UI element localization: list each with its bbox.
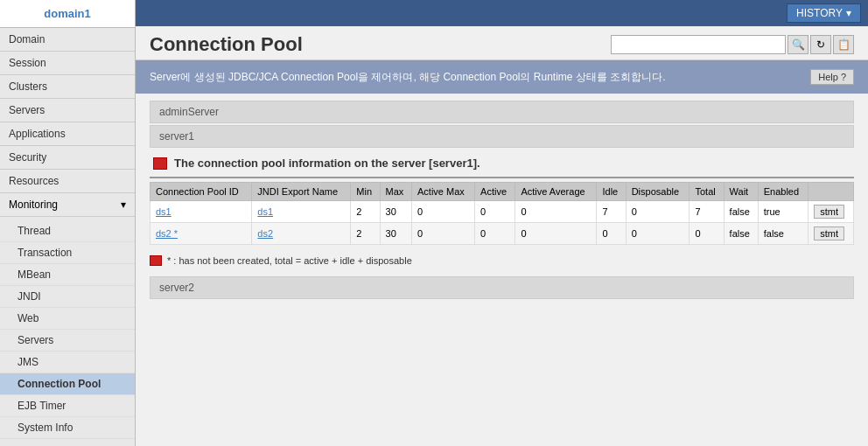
cell-active-2: 0 (475, 223, 515, 245)
history-button[interactable]: HISTORY ▾ (787, 3, 861, 23)
server1-row[interactable]: server1 (150, 125, 854, 148)
sidebar-item-monitoring[interactable]: Monitoring ▾ (0, 193, 135, 217)
sidebar-item-security[interactable]: Security (0, 146, 135, 170)
cell-jndi-1[interactable]: ds1 (252, 201, 351, 223)
col-header-active: Active (475, 183, 515, 201)
monitoring-label: Monitoring (9, 199, 58, 211)
description-text: Server에 생성된 JDBC/JCA Connection Pool을 제어… (150, 69, 666, 85)
cell-max-1: 30 (380, 201, 411, 223)
cell-enabled-1: true (758, 201, 808, 223)
note-flag-icon (150, 255, 162, 266)
col-header-wait: Wait (724, 183, 758, 201)
cell-min-1: 2 (351, 201, 380, 223)
topbar: HISTORY ▾ (136, 0, 868, 26)
cell-active-max-1: 0 (411, 201, 474, 223)
sidebar-sub-jms[interactable]: JMS (0, 352, 135, 373)
connection-pool-table: Connection Pool ID JNDI Export Name Min … (150, 182, 854, 245)
info-banner: The connection pool information on the s… (150, 150, 854, 178)
note-row: * : has not been created, total = active… (150, 252, 854, 269)
cell-total-1: 7 (690, 201, 724, 223)
refresh-button[interactable]: ↻ (810, 35, 831, 54)
sidebar-item-session[interactable]: Session (0, 52, 135, 75)
cell-idle-1: 7 (597, 201, 626, 223)
sidebar-sub-connection-pool[interactable]: Connection Pool (0, 373, 135, 395)
cell-wait-2: false (724, 223, 758, 245)
sidebar-sub-ejb-timer[interactable]: EJB Timer (0, 395, 135, 417)
col-header-jndi: JNDI Export Name (252, 183, 351, 201)
sidebar-sub-transaction[interactable]: Transaction (0, 242, 135, 264)
search-button[interactable]: 🔍 (788, 35, 808, 54)
cell-disposable-2: 0 (626, 223, 690, 245)
history-label: HISTORY (796, 7, 843, 19)
sidebar-sub-jndi[interactable]: JNDI (0, 286, 135, 308)
monitoring-submenu: Thread Transaction MBean JNDI Web Server… (0, 217, 135, 439)
main-content: HISTORY ▾ Connection Pool 🔍 ↻ 📋 Server에 … (136, 0, 868, 446)
col-header-enabled: Enabled (758, 183, 808, 201)
cell-stmt-1[interactable]: stmt (808, 201, 854, 223)
chevron-down-icon: ▾ (846, 7, 851, 19)
sidebar-sub-web[interactable]: Web (0, 308, 135, 330)
search-input[interactable] (611, 35, 786, 54)
col-header-active-avg: Active Average (515, 183, 597, 201)
col-header-id: Connection Pool ID (150, 183, 252, 201)
col-header-disposable: Disposable (626, 183, 690, 201)
admin-server-row[interactable]: adminServer (150, 101, 854, 123)
stmt-button-2[interactable]: stmt (814, 226, 844, 240)
col-header-action (808, 183, 854, 201)
sidebar-sub-servers[interactable]: Servers (0, 330, 135, 352)
note-text: * : has not been created, total = active… (167, 255, 412, 266)
cell-jndi-2[interactable]: ds2 (252, 223, 351, 245)
sidebar-item-servers[interactable]: Servers (0, 99, 135, 122)
cell-enabled-2: false (758, 223, 808, 245)
sidebar: domain1 Domain Session Clusters Servers … (0, 0, 136, 446)
col-header-max: Max (380, 183, 411, 201)
cell-min-2: 2 (351, 223, 380, 245)
chevron-down-icon: ▾ (121, 199, 126, 211)
sidebar-sub-mbean[interactable]: MBean (0, 264, 135, 286)
cell-active-max-2: 0 (411, 223, 474, 245)
col-header-active-max: Active Max (411, 183, 474, 201)
server2-row[interactable]: server2 (150, 276, 854, 299)
sidebar-item-domain[interactable]: Domain (0, 28, 135, 52)
stmt-button-1[interactable]: stmt (814, 205, 844, 219)
cell-stmt-2[interactable]: stmt (808, 223, 854, 245)
cell-wait-1: false (724, 201, 758, 223)
flag-icon (153, 157, 167, 170)
cell-idle-2: 0 (597, 223, 626, 245)
page-title: Connection Pool (150, 33, 303, 56)
col-header-total: Total (690, 183, 724, 201)
description-box: Server에 생성된 JDBC/JCA Connection Pool을 제어… (136, 60, 868, 94)
info-banner-text: The connection pool information on the s… (174, 157, 480, 170)
content-area: adminServer server1 The connection pool … (136, 94, 868, 306)
table-row: ds2 * ds2 2 30 0 0 0 0 0 0 false false s… (150, 223, 854, 245)
page-header: Connection Pool 🔍 ↻ 📋 (136, 26, 868, 60)
table-row: ds1 ds1 2 30 0 0 0 7 0 7 false true stmt (150, 201, 854, 223)
sidebar-item-resources[interactable]: Resources (0, 170, 135, 193)
export-button[interactable]: 📋 (833, 35, 854, 54)
cell-active-1: 0 (475, 201, 515, 223)
cell-id-2[interactable]: ds2 * (150, 223, 252, 245)
sidebar-sub-system-info[interactable]: System Info (0, 417, 135, 439)
sidebar-sub-thread[interactable]: Thread (0, 220, 135, 242)
col-header-idle: Idle (597, 183, 626, 201)
cell-max-2: 30 (380, 223, 411, 245)
help-button[interactable]: Help ? (810, 69, 854, 85)
cell-total-2: 0 (690, 223, 724, 245)
cell-disposable-1: 0 (626, 201, 690, 223)
domain-label[interactable]: domain1 (0, 0, 135, 28)
cell-active-avg-1: 0 (515, 201, 597, 223)
sidebar-item-applications[interactable]: Applications (0, 122, 135, 146)
cell-active-avg-2: 0 (515, 223, 597, 245)
search-area: 🔍 ↻ 📋 (611, 35, 854, 54)
cell-id-1[interactable]: ds1 (150, 201, 252, 223)
col-header-min: Min (351, 183, 380, 201)
sidebar-item-clusters[interactable]: Clusters (0, 75, 135, 99)
